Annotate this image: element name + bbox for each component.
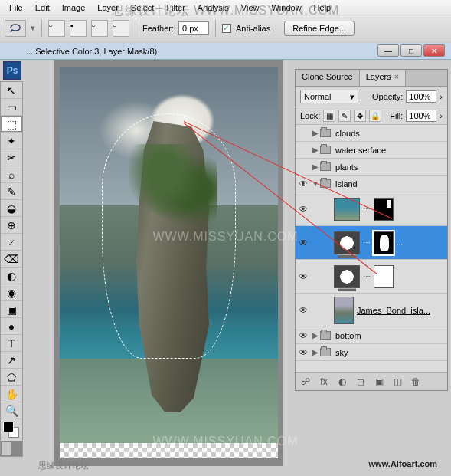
adjustment-layer-thumbnail[interactable] [334, 265, 360, 288]
antialias-checkbox[interactable]: ✓ [222, 24, 231, 33]
lasso-tool-icon[interactable]: ⬚ [1, 116, 22, 133]
subtract-selection-icon[interactable]: ▫ [91, 20, 108, 37]
feather-input[interactable]: 0 px [178, 21, 209, 35]
type-tool-icon[interactable]: T [1, 335, 22, 352]
folder-icon [320, 348, 331, 356]
blend-mode-select[interactable]: Normal▾ [300, 90, 358, 103]
gradient-tool-icon[interactable]: ◐ [1, 268, 22, 284]
marquee-tool-icon[interactable]: ▭ [1, 99, 22, 116]
close-tab-icon[interactable]: × [394, 72, 399, 81]
magic-wand-tool-icon[interactable]: ✦ [1, 133, 22, 149]
layer-mask-thumbnail[interactable] [374, 198, 394, 221]
eyedropper-tool-icon[interactable]: ⌕ [1, 166, 22, 183]
document-canvas[interactable] [54, 60, 283, 466]
layer-group-island[interactable]: 👁▼island [296, 176, 447, 192]
brush-tool-icon[interactable]: ◒ [1, 200, 22, 217]
layer-adjustment-3[interactable]: 👁⋯ [296, 260, 447, 294]
move-tool-icon[interactable]: ↖ [1, 82, 22, 99]
add-selection-icon[interactable]: ▪ [70, 20, 87, 37]
lock-all-icon[interactable]: 🔒 [369, 110, 381, 122]
layer-list[interactable]: ▶clouds ▶water serface ▶plants 👁▼island … [296, 125, 447, 372]
menu-file[interactable]: File [3, 2, 29, 14]
layer-group-bottom[interactable]: 👁▶bottom [296, 327, 447, 344]
visibility-eye-icon[interactable]: 👁 [296, 204, 311, 215]
menu-edit[interactable]: Edit [29, 2, 56, 14]
screen-mode[interactable] [1, 441, 22, 456]
tab-layers[interactable]: Layers× [360, 70, 406, 86]
opacity-label: Opacity: [372, 92, 403, 101]
visibility-eye-icon[interactable]: 👁 [296, 238, 311, 248]
hand-tool-icon[interactable]: ✋ [1, 386, 22, 402]
layer-group-plants[interactable]: ▶plants [296, 159, 447, 176]
layer-group-clouds[interactable]: ▶clouds [296, 125, 447, 142]
new-group-icon[interactable]: ▣ [372, 376, 386, 388]
lock-label: Lock: [300, 111, 320, 120]
window-minimize-button[interactable]: — [377, 44, 399, 57]
menu-layer[interactable]: Layer [91, 2, 125, 14]
fill-label: Fill: [390, 111, 403, 120]
layer-james-bond-island[interactable]: 👁James_Bond_isla... [296, 294, 447, 327]
toolbox: ↖ ▭ ⬚ ✦ ✂ ⌕ ✎ ◒ ⊕ ⟋ ⌫ ◐ ◉ ▣ ● T ↗ ⬠ ✋ 🔍 [0, 81, 23, 457]
healing-brush-tool-icon[interactable]: ✎ [1, 183, 22, 200]
tool-preset-lasso-icon[interactable] [5, 20, 26, 37]
visibility-eye-icon[interactable]: 👁 [296, 330, 311, 341]
lock-position-icon[interactable]: ✥ [354, 110, 366, 122]
intersect-selection-icon[interactable]: ▫ [113, 20, 129, 37]
menu-help[interactable]: Help [308, 2, 338, 14]
clone-stamp-tool-icon[interactable]: ⊕ [1, 217, 22, 234]
window-maximize-button[interactable]: □ [400, 44, 422, 57]
link-icon[interactable]: ⋯ [361, 205, 372, 213]
visibility-eye-icon[interactable]: 👁 [296, 305, 311, 316]
dodge-tool-icon[interactable]: ▣ [1, 301, 22, 318]
tab-clone-source[interactable]: Clone Source [296, 70, 360, 86]
new-layer-icon[interactable]: ◫ [391, 376, 404, 388]
layer-adjustment-1[interactable]: 👁⋯ [296, 192, 447, 226]
layers-panel: Clone Source Layers× Normal▾ Opacity: 10… [295, 69, 448, 391]
layers-panel-footer: ☍ fx ◐ ◻ ▣ ◫ 🗑 [296, 372, 447, 390]
crop-tool-icon[interactable]: ✂ [1, 149, 22, 166]
delete-layer-icon[interactable]: 🗑 [409, 376, 423, 388]
adjustment-layer-thumbnail[interactable] [334, 231, 360, 254]
eraser-tool-icon[interactable]: ⌫ [1, 251, 22, 268]
layer-thumbnail[interactable] [334, 198, 360, 221]
history-brush-tool-icon[interactable]: ⟋ [1, 234, 22, 251]
menu-select[interactable]: Select [125, 2, 161, 14]
layer-group-water[interactable]: ▶water serface [296, 142, 447, 159]
layer-thumbnail[interactable] [334, 297, 354, 324]
folder-icon [320, 331, 331, 340]
link-icon[interactable]: ⋯ [361, 272, 372, 281]
chevron-down-icon: ▾ [350, 92, 355, 102]
layer-style-icon[interactable]: fx [317, 376, 331, 388]
path-selection-tool-icon[interactable]: ↗ [1, 352, 22, 369]
visibility-eye-icon[interactable]: 👁 [296, 347, 311, 358]
color-swatches[interactable] [1, 419, 22, 441]
pen-tool-icon[interactable]: ● [1, 318, 22, 335]
menu-analysis[interactable]: Analysis [191, 2, 235, 14]
zoom-tool-icon[interactable]: 🔍 [1, 402, 22, 419]
visibility-eye-icon[interactable]: 👁 [296, 179, 311, 189]
lock-pixels-icon[interactable]: ✎ [338, 110, 351, 122]
link-layers-icon[interactable]: ☍ [299, 376, 312, 388]
adjustment-layer-icon[interactable]: ◻ [354, 376, 368, 388]
layer-adjustment-selected[interactable]: 👁⋯... [296, 226, 447, 260]
feather-label: Feather: [142, 24, 174, 33]
shape-tool-icon[interactable]: ⬠ [1, 369, 22, 386]
menu-filter[interactable]: Filter [160, 2, 191, 14]
layer-group-sky[interactable]: 👁▶sky [296, 344, 447, 361]
menu-view[interactable]: View [235, 2, 266, 14]
link-icon[interactable]: ⋯ [361, 238, 372, 247]
new-selection-icon[interactable]: ▫ [48, 20, 65, 37]
visibility-eye-icon[interactable]: 👁 [296, 271, 311, 282]
menu-image[interactable]: Image [56, 2, 92, 14]
folder-icon [320, 146, 331, 154]
layer-mask-icon[interactable]: ◐ [335, 376, 349, 388]
blur-tool-icon[interactable]: ◉ [1, 284, 22, 301]
window-close-button[interactable]: ✕ [423, 44, 445, 57]
lock-transparency-icon[interactable]: ▦ [323, 110, 335, 122]
refine-edge-button[interactable]: Refine Edge... [284, 21, 355, 36]
opacity-input[interactable]: 100% [406, 90, 436, 103]
menu-window[interactable]: Window [265, 2, 307, 14]
layer-mask-thumbnail[interactable] [374, 265, 394, 288]
fill-input[interactable]: 100% [406, 110, 436, 122]
layer-mask-thumbnail[interactable] [374, 231, 394, 254]
